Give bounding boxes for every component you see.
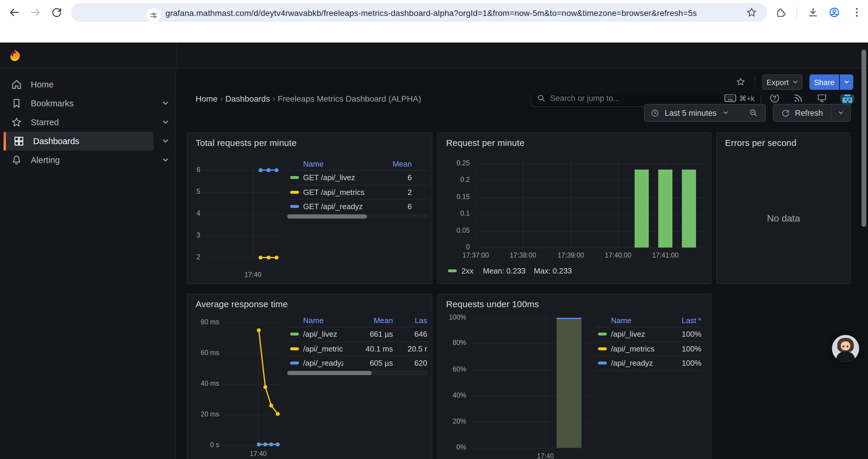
legend-header: Name Mean Las	[287, 314, 428, 327]
x-tick-label: 17:39:00	[550, 252, 591, 259]
panel-requests-under-100ms: Requests under 100ms 100% 80% 60% 40% 20…	[437, 294, 711, 459]
legend-row[interactable]: GET /api/_readyz 6	[287, 200, 428, 214]
panel-total-requests-per-minute: Total requests per minute 6 5 4 3 2 17:4…	[187, 132, 433, 284]
share-dropdown-button[interactable]	[840, 74, 853, 90]
share-button[interactable]: Share	[809, 74, 839, 90]
extensions-icon[interactable]	[775, 6, 787, 18]
legend-col-mean[interactable]: Mean	[372, 160, 428, 168]
screen: grafana.mathmast.com/d/deytv4rwavabkb/fr…	[0, 0, 868, 459]
series-color-pill	[290, 191, 299, 194]
bar-under-100ms[interactable]	[557, 318, 582, 448]
panel-title[interactable]: Average response time	[195, 299, 288, 309]
bar-2xx[interactable]	[634, 169, 649, 248]
breadcrumb-separator: ›	[218, 93, 225, 103]
export-button[interactable]: Export	[762, 74, 802, 90]
legend-row[interactable]: GET /api/_livez 6	[287, 171, 428, 185]
url-text[interactable]: grafana.mathmast.com/d/deytv4rwavabkb/fr…	[165, 8, 697, 18]
grafana-logo-icon[interactable]	[8, 48, 23, 63]
time-range-picker[interactable]: Last 5 minutes	[644, 104, 742, 122]
legend-table: Name Mean Las /api/_livez 661 µs 646 /ap…	[287, 314, 428, 371]
chevron-down-icon[interactable]	[162, 100, 169, 107]
chevron-down-icon	[844, 79, 850, 85]
legend-row[interactable]: /api/_metrics 40.1 ms 20.5 r	[287, 342, 428, 356]
y-tick-label: 20 ms	[187, 411, 219, 418]
x-tick-label: 17:40	[531, 453, 560, 459]
site-settings-icon[interactable]	[147, 8, 161, 23]
panel-title[interactable]: Requests under 100ms	[446, 299, 539, 309]
chevron-down-icon	[723, 110, 728, 116]
keyboard-icon	[724, 94, 736, 102]
reload-icon[interactable]	[51, 6, 63, 18]
toolbar-divider	[797, 7, 797, 18]
y-tick-label: 80%	[438, 339, 466, 346]
y-tick-label: 40 ms	[187, 380, 219, 387]
refresh-button[interactable]: Refresh	[773, 104, 831, 122]
sidebar-item-label: Dashboards	[33, 136, 154, 146]
legend-col-last[interactable]: Las	[395, 316, 428, 325]
bar-2xx[interactable]	[682, 169, 696, 248]
sidebar: Home Bookmarks Starred Dashboards Alerti…	[0, 69, 176, 459]
time-range-label: Last 5 minutes	[665, 108, 717, 117]
y-tick-label: 40%	[438, 391, 466, 398]
legend-scrollbar[interactable]	[287, 371, 428, 375]
legend-row[interactable]: /api/_metrics 100%	[595, 342, 701, 356]
panel-title[interactable]: Errors per second	[725, 138, 797, 148]
chevron-down-icon[interactable]	[162, 138, 169, 145]
sidebar-item-label: Bookmarks	[31, 99, 165, 108]
bar-2xx[interactable]	[658, 169, 673, 248]
sidebar-item-dashboards[interactable]: Dashboards	[6, 132, 154, 151]
page-scrollbar[interactable]	[862, 50, 866, 227]
series-color-pill	[290, 205, 299, 208]
back-icon[interactable]	[8, 6, 20, 18]
profile-icon[interactable]	[829, 6, 840, 18]
legend-header: Name Last *	[595, 314, 701, 327]
chevron-down-icon[interactable]	[162, 157, 169, 164]
sidebar-item-starred[interactable]: Starred	[4, 113, 165, 132]
legend-col-name[interactable]: Name	[303, 316, 343, 325]
sidebar-item-label: Alerting	[31, 155, 165, 165]
subheader-divider	[754, 76, 755, 88]
legend[interactable]: 2xx Mean: 0.233 Max: 0.233	[445, 266, 572, 275]
legend-row[interactable]: /api/_readyz 100%	[595, 356, 701, 371]
legend-row[interactable]: GET /api/_metrics 2	[287, 185, 428, 200]
legend-col-mean[interactable]: Mean	[343, 316, 395, 325]
legend-table: Name Mean GET /api/_livez 6 GET /api/_me…	[287, 158, 428, 214]
legend-row[interactable]: /api/_livez 661 µs 646	[287, 327, 428, 342]
series-metrics	[257, 328, 279, 416]
sidebar-item-home[interactable]: Home	[4, 75, 165, 94]
refresh-interval-dropdown[interactable]	[831, 104, 851, 122]
legend-row[interactable]: /api/_livez 100%	[595, 327, 701, 342]
legend-row[interactable]: /api/_readyz 605 µs 620	[287, 356, 428, 371]
series-color-pill	[290, 362, 299, 365]
legend-col-last[interactable]: Last *	[666, 316, 701, 325]
grafana-topbar: Grafana Home › Dashboards › Freeleaps Me…	[0, 42, 868, 68]
x-tick-label: 17:37:00	[455, 252, 496, 259]
panel-title[interactable]: Total requests per minute	[195, 138, 297, 148]
forward-icon[interactable]	[30, 6, 41, 18]
search-placeholder: Search or jump to...	[550, 94, 724, 102]
search-shortcut: ⌘+k	[724, 94, 754, 102]
series-color-pill	[290, 347, 299, 350]
panel-title[interactable]: Request per minute	[446, 138, 524, 148]
sidebar-item-bookmarks[interactable]: Bookmarks	[4, 94, 165, 113]
breadcrumb-home[interactable]: Home	[195, 94, 218, 103]
dashboard-subheader: Export Share	[177, 69, 868, 95]
legend-col-name[interactable]: Name	[303, 160, 372, 168]
breadcrumb-dashboards[interactable]: Dashboards	[225, 94, 270, 103]
address-bar[interactable]: grafana.mathmast.com/d/deytv4rwavabkb/fr…	[71, 3, 767, 22]
favorite-star-icon[interactable]	[736, 77, 746, 87]
sidebar-item-alerting[interactable]: Alerting	[4, 151, 165, 169]
legend-col-name[interactable]: Name	[611, 316, 666, 325]
bookmark-star-icon[interactable]	[746, 6, 757, 18]
x-tick-label: 17:38:00	[502, 252, 544, 259]
legend-scrollbar[interactable]	[287, 215, 428, 219]
downloads-icon[interactable]	[807, 6, 819, 18]
y-tick-label: 0 s	[187, 441, 219, 448]
chevron-down-icon[interactable]	[162, 119, 169, 126]
panel-request-per-minute: Request per minute 0.25 0.2 0.15 0.1 0.0…	[437, 132, 711, 284]
assistant-avatar[interactable]	[832, 335, 859, 362]
topbar-divider	[176, 42, 177, 68]
zoom-out-button[interactable]	[742, 104, 766, 122]
browser-menu-icon[interactable]	[851, 6, 863, 18]
x-tick-label: 17:40	[244, 450, 272, 457]
